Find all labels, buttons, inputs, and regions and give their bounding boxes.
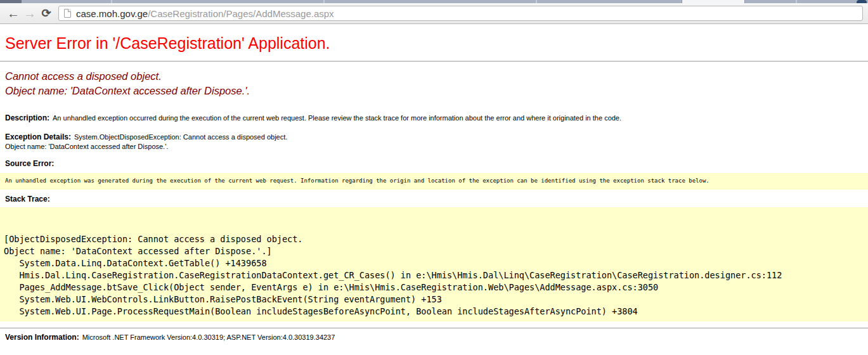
exception-line1: System.ObjectDisposedException: Cannot a… [74, 133, 287, 141]
window-control[interactable] [857, 0, 867, 3]
active-tab[interactable] [682, 0, 745, 3]
tab-strip[interactable] [0, 0, 868, 3]
url-path: /CaseRegistration/Pages/AddMessage.aspx [148, 8, 334, 19]
divider [0, 328, 868, 328]
address-bar[interactable]: case.moh.gov.ge/CaseRegistration/Pages/A… [58, 6, 863, 21]
error-subtitle: Cannot access a disposed object. Object … [5, 69, 863, 98]
exception-details-label: Exception Details: [5, 132, 71, 141]
tab-divider [111, 0, 112, 3]
description-label: Description: [5, 113, 49, 122]
exception-line2: Object name: 'DataContext accessed after… [5, 143, 168, 150]
stack-trace-text: [ObjectDisposedException: Cannot access … [4, 209, 863, 318]
error-subtitle-line2: Object name: 'DataContext accessed after… [5, 85, 250, 96]
tab-divider [536, 0, 537, 3]
version-info-row: Version Information:Microsoft .NET Frame… [5, 333, 863, 342]
source-error-text: An unhandled exception was generated dur… [5, 178, 863, 184]
version-info-text: Microsoft .NET Framework Version:4.0.303… [82, 333, 335, 341]
tab-divider [323, 0, 325, 3]
divider [0, 61, 868, 61]
back-button[interactable]: ← [5, 5, 22, 22]
source-error-label: Source Error: [5, 159, 54, 168]
description-row: Description:An unhandled exception occur… [5, 113, 863, 123]
error-subtitle-line1: Cannot access a disposed object. [5, 70, 162, 82]
stack-trace-box: [ObjectDisposedException: Cannot access … [0, 207, 868, 321]
page-document-icon [64, 9, 71, 18]
exception-details-row: Exception Details:System.ObjectDisposedE… [5, 132, 863, 152]
stack-trace-label: Stack Trace: [5, 195, 50, 203]
error-page: Server Error in '/CaseRegistration' Appl… [0, 33, 868, 342]
browser-window: ← → ⟳ case.moh.gov.ge/CaseRegistration/P… [0, 0, 868, 24]
url-host: case.moh.gov.ge [76, 8, 148, 19]
window-edge [0, 0, 22, 3]
description-text: An unhandled exception occurred during t… [53, 114, 621, 122]
source-error-row: Source Error: [5, 159, 863, 169]
version-info-label: Version Information: [5, 333, 79, 342]
stack-trace-row: Stack Trace: [5, 195, 863, 204]
browser-toolbar: ← → ⟳ case.moh.gov.ge/CaseRegistration/P… [0, 3, 868, 24]
page-title: Server Error in '/CaseRegistration' Appl… [5, 33, 863, 53]
source-error-box: An unhandled exception was generated dur… [0, 173, 868, 190]
forward-button[interactable]: → [22, 5, 38, 22]
reload-button[interactable]: ⟳ [38, 5, 55, 22]
tab-divider [796, 0, 797, 3]
